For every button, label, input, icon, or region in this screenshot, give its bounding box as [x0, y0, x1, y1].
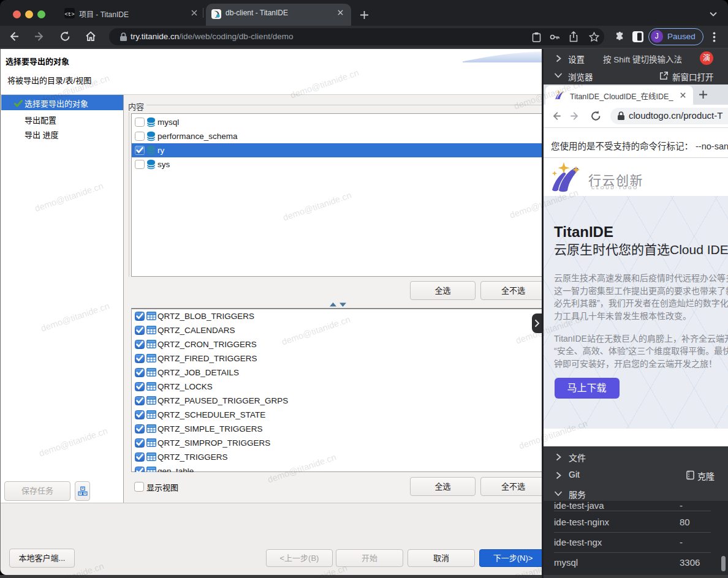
svg-text:<t>: <t>	[64, 12, 74, 18]
